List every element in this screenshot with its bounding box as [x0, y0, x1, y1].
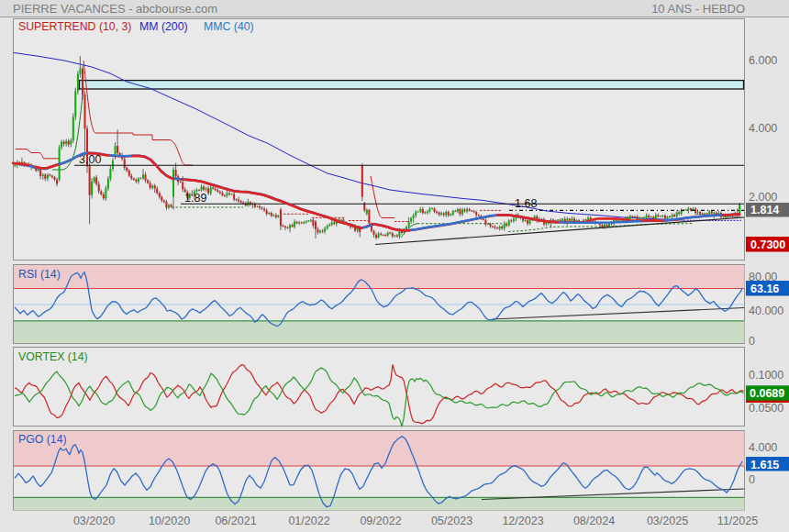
svg-text:1.89: 1.89	[184, 192, 206, 205]
svg-text:4.000: 4.000	[749, 441, 777, 454]
svg-text:09/2022: 09/2022	[360, 515, 401, 527]
svg-text:PIERRE VACANCES - abcbourse.co: PIERRE VACANCES - abcbourse.com	[13, 2, 217, 16]
svg-text:40.000: 40.000	[749, 305, 783, 317]
svg-text:10/2020: 10/2020	[149, 515, 190, 527]
svg-text:63.16: 63.16	[750, 283, 779, 295]
svg-text:0: 0	[749, 473, 755, 486]
svg-text:6.000: 6.000	[749, 54, 777, 67]
svg-text:12/2023: 12/2023	[502, 515, 543, 527]
svg-text:0.7300: 0.7300	[750, 238, 785, 251]
svg-text:VORTEX (14): VORTEX (14)	[18, 350, 88, 363]
svg-text:0.0500: 0.0500	[749, 402, 783, 415]
svg-text:2.000: 2.000	[749, 191, 777, 204]
svg-text:03/2020: 03/2020	[73, 515, 115, 527]
svg-text:0.1000: 0.1000	[749, 369, 783, 382]
svg-text:1.615: 1.615	[750, 459, 779, 471]
svg-text:RSI (14): RSI (14)	[18, 268, 61, 281]
svg-text:4.000: 4.000	[749, 122, 777, 135]
svg-text:MMC (40): MMC (40)	[204, 20, 254, 33]
svg-text:1.814: 1.814	[750, 204, 779, 216]
svg-text:1.68: 1.68	[515, 197, 537, 210]
svg-text:MM (200): MM (200)	[139, 20, 188, 33]
svg-text:01/2022: 01/2022	[288, 515, 329, 527]
svg-text:0.0689: 0.0689	[750, 387, 784, 400]
svg-text:06/2021: 06/2021	[215, 515, 256, 527]
svg-text:0: 0	[749, 335, 755, 348]
svg-text:05/2023: 05/2023	[431, 515, 472, 527]
svg-text:03/2025: 03/2025	[647, 515, 688, 527]
svg-text:08/2024: 08/2024	[573, 515, 615, 527]
svg-text:SUPERTREND (10, 3): SUPERTREND (10, 3)	[18, 20, 131, 33]
svg-text:10 ANS - HEBDO: 10 ANS - HEBDO	[651, 2, 745, 16]
svg-text:11/2025: 11/2025	[717, 515, 758, 527]
svg-text:PGO (14): PGO (14)	[18, 433, 67, 446]
